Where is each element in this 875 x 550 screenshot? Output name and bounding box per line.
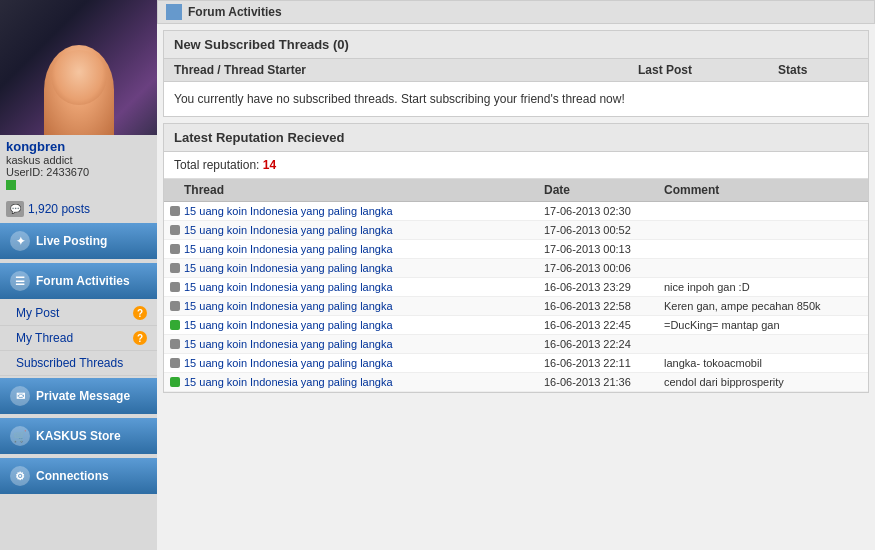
section-header-icon	[166, 4, 182, 20]
store-icon: 🛒	[10, 426, 30, 446]
username[interactable]: kongbren	[6, 139, 151, 154]
connections-icon: ⚙	[10, 466, 30, 486]
sidebar-item-my-thread[interactable]: My Thread ?	[0, 326, 157, 351]
my-post-label: My Post	[16, 306, 59, 320]
avatar-area	[0, 0, 157, 135]
rep-type-indicator	[170, 320, 180, 330]
rep-date: 17-06-2013 02:30	[544, 205, 664, 217]
rep-comment: Keren gan, ampe pecahan 850k	[664, 300, 862, 312]
connections-label: Connections	[36, 469, 109, 483]
posts-count-area: 💬 1,920 posts	[0, 197, 157, 221]
rep-col-date: Date	[544, 183, 664, 197]
col-last-post: Last Post	[638, 63, 778, 77]
rep-date: 16-06-2013 22:24	[544, 338, 664, 350]
my-post-help-icon[interactable]: ?	[133, 306, 147, 320]
rep-date: 17-06-2013 00:06	[544, 262, 664, 274]
no-threads-message: You currently have no subscribed threads…	[164, 82, 868, 116]
rep-type-indicator	[170, 339, 180, 349]
rep-thread-link[interactable]: 15 uang koin Indonesia yang paling langk…	[184, 376, 544, 388]
user-id: UserID: 2433670	[6, 166, 151, 178]
forum-activities-icon: ☰	[10, 271, 30, 291]
user-role: kaskus addict	[6, 154, 151, 166]
rep-col-comment: Comment	[664, 183, 862, 197]
rep-comment: cendol dari bipprosperity	[664, 376, 862, 388]
rep-thread-link[interactable]: 15 uang koin Indonesia yang paling langk…	[184, 262, 544, 274]
subscribed-title: New Subscribed Threads (0)	[164, 31, 868, 59]
subscribed-threads-label: Subscribed Threads	[16, 356, 123, 370]
main-content: Forum Activities New Subscribed Threads …	[157, 0, 875, 550]
rep-type-indicator	[170, 206, 180, 216]
rep-row: 15 uang koin Indonesia yang paling langk…	[164, 259, 868, 278]
rep-row: 15 uang koin Indonesia yang paling langk…	[164, 278, 868, 297]
subscribed-section: New Subscribed Threads (0) Thread / Thre…	[163, 30, 869, 117]
posts-link[interactable]: 1,920 posts	[28, 202, 90, 216]
posts-number: 1,920	[28, 202, 58, 216]
avatar	[0, 0, 157, 135]
live-posting-icon: ✦	[10, 231, 30, 251]
forum-sub-items: My Post ? My Thread ? Subscribed Threads	[0, 301, 157, 376]
online-indicator	[6, 180, 16, 190]
live-posting-button[interactable]: ✦ Live Posting	[0, 223, 157, 259]
sidebar-item-subscribed-threads[interactable]: Subscribed Threads	[0, 351, 157, 376]
rep-table-header: Thread Date Comment	[164, 179, 868, 202]
section-header: Forum Activities	[157, 0, 875, 24]
col-stats: Stats	[778, 63, 858, 77]
rep-rows-container: 15 uang koin Indonesia yang paling langk…	[164, 202, 868, 392]
rep-thread-link[interactable]: 15 uang koin Indonesia yang paling langk…	[184, 357, 544, 369]
reputation-section: Latest Reputation Recieved Total reputat…	[163, 123, 869, 393]
pm-icon: ✉	[10, 386, 30, 406]
reputation-title: Latest Reputation Recieved	[164, 124, 868, 152]
rep-date: 16-06-2013 22:45	[544, 319, 664, 331]
rep-row: 15 uang koin Indonesia yang paling langk…	[164, 335, 868, 354]
posts-label: posts	[61, 202, 90, 216]
sidebar: kongbren kaskus addict UserID: 2433670 💬…	[0, 0, 157, 550]
rep-comment: nice inpoh gan :D	[664, 281, 862, 293]
section-header-title: Forum Activities	[188, 5, 282, 19]
rep-thread-link[interactable]: 15 uang koin Indonesia yang paling langk…	[184, 243, 544, 255]
user-info: kongbren kaskus addict UserID: 2433670	[0, 135, 157, 197]
rep-comment: langka- tokoacmobil	[664, 357, 862, 369]
rep-row: 15 uang koin Indonesia yang paling langk…	[164, 373, 868, 392]
live-posting-label: Live Posting	[36, 234, 107, 248]
rep-date: 17-06-2013 00:13	[544, 243, 664, 255]
rep-row: 15 uang koin Indonesia yang paling langk…	[164, 221, 868, 240]
sidebar-item-my-post[interactable]: My Post ?	[0, 301, 157, 326]
posts-icon: 💬	[6, 201, 24, 217]
rep-thread-link[interactable]: 15 uang koin Indonesia yang paling langk…	[184, 224, 544, 236]
kaskus-store-button[interactable]: 🛒 KASKUS Store	[0, 418, 157, 454]
my-thread-help-icon[interactable]: ?	[133, 331, 147, 345]
pm-label: Private Message	[36, 389, 130, 403]
store-label: KASKUS Store	[36, 429, 121, 443]
total-rep-value: 14	[263, 158, 276, 172]
rep-row: 15 uang koin Indonesia yang paling langk…	[164, 316, 868, 335]
rep-type-indicator	[170, 263, 180, 273]
rep-row: 15 uang koin Indonesia yang paling langk…	[164, 202, 868, 221]
rep-type-indicator	[170, 244, 180, 254]
forum-activities-button[interactable]: ☰ Forum Activities	[0, 263, 157, 299]
rep-row: 15 uang koin Indonesia yang paling langk…	[164, 240, 868, 259]
rep-thread-link[interactable]: 15 uang koin Indonesia yang paling langk…	[184, 300, 544, 312]
rep-thread-link[interactable]: 15 uang koin Indonesia yang paling langk…	[184, 281, 544, 293]
rep-type-indicator	[170, 225, 180, 235]
rep-thread-link[interactable]: 15 uang koin Indonesia yang paling langk…	[184, 205, 544, 217]
rep-date: 16-06-2013 22:11	[544, 357, 664, 369]
rep-type-indicator	[170, 377, 180, 387]
rep-type-indicator	[170, 358, 180, 368]
private-message-button[interactable]: ✉ Private Message	[0, 378, 157, 414]
my-thread-label: My Thread	[16, 331, 73, 345]
total-rep-label: Total reputation:	[174, 158, 259, 172]
rep-date: 16-06-2013 23:29	[544, 281, 664, 293]
rep-thread-link[interactable]: 15 uang koin Indonesia yang paling langk…	[184, 319, 544, 331]
subscribed-table-header: Thread / Thread Starter Last Post Stats	[164, 59, 868, 82]
forum-activities-label: Forum Activities	[36, 274, 130, 288]
rep-col-thread: Thread	[184, 183, 544, 197]
rep-comment: =DucKing= mantap gan	[664, 319, 862, 331]
rep-date: 16-06-2013 21:36	[544, 376, 664, 388]
rep-thread-link[interactable]: 15 uang koin Indonesia yang paling langk…	[184, 338, 544, 350]
connections-button[interactable]: ⚙ Connections	[0, 458, 157, 494]
total-reputation: Total reputation: 14	[164, 152, 868, 179]
rep-type-indicator	[170, 301, 180, 311]
rep-row: 15 uang koin Indonesia yang paling langk…	[164, 354, 868, 373]
rep-row: 15 uang koin Indonesia yang paling langk…	[164, 297, 868, 316]
rep-type-indicator	[170, 282, 180, 292]
